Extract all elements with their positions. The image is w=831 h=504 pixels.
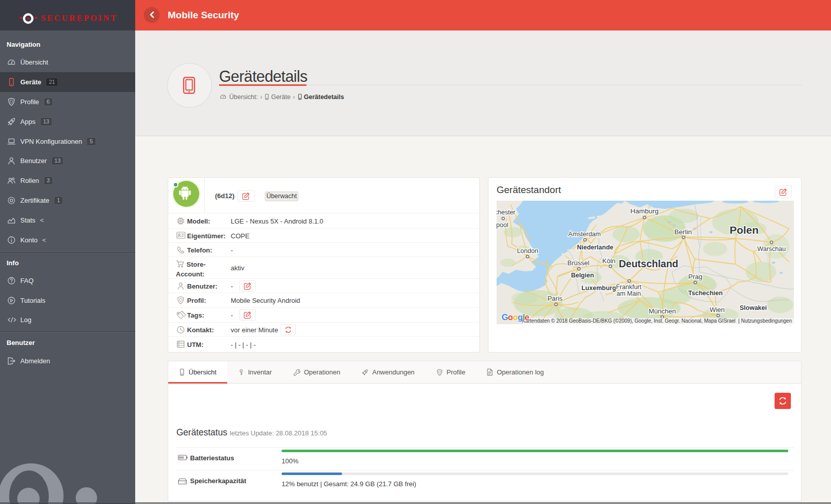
svg-text:München: München	[649, 307, 675, 315]
svg-text:Paris: Paris	[547, 295, 563, 302]
svg-text:Wien: Wien	[710, 306, 725, 313]
svg-text:Luxemburg: Luxemburg	[581, 285, 616, 292]
svg-text:Belgien: Belgien	[571, 272, 594, 279]
svg-text:Niederlande: Niederlande	[577, 244, 613, 251]
svg-text:Frankfurt: Frankfurt	[616, 284, 642, 291]
svg-text:Manchester: Manchester	[497, 209, 515, 216]
svg-text:London: London	[517, 247, 538, 255]
svg-text:Prag: Prag	[688, 273, 702, 280]
svg-text:Deutschland: Deutschland	[619, 258, 678, 269]
svg-text:Köln: Köln	[602, 257, 615, 265]
svg-text:Brüssel: Brüssel	[567, 259, 589, 267]
svg-text:am Main: am Main	[617, 290, 641, 297]
svg-text:Amsterdam: Amsterdam	[568, 231, 601, 238]
svg-text:Warschau: Warschau	[757, 245, 786, 253]
svg-text:Berlin: Berlin	[674, 228, 692, 236]
svg-text:Slowakei: Slowakei	[740, 304, 767, 311]
svg-text:Polen: Polen	[729, 224, 758, 236]
svg-text:Tschechien: Tschechien	[688, 290, 723, 297]
svg-text:Hamburg: Hamburg	[630, 207, 659, 215]
svg-text:Liverpool: Liverpool	[497, 222, 508, 229]
